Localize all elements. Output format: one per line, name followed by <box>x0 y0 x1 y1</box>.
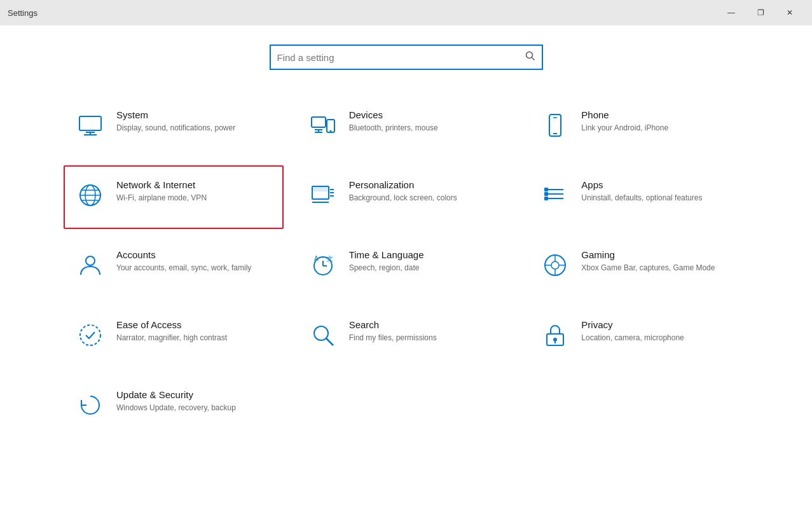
setting-desc-phone: Link your Android, iPhone <box>581 123 738 134</box>
system-icon <box>74 109 106 141</box>
ease-icon <box>74 319 106 351</box>
svg-point-48 <box>553 338 557 342</box>
svg-point-32 <box>86 256 95 265</box>
setting-item-phone[interactable]: Phone Link your Android, iPhone <box>528 95 748 159</box>
search-icon <box>525 51 535 64</box>
privacy-icon <box>539 319 571 351</box>
accounts-icon <box>74 249 106 281</box>
setting-text-time: Time & Language Speech, region, date <box>349 249 506 273</box>
setting-item-apps[interactable]: Apps Uninstall, defaults, optional featu… <box>528 165 748 229</box>
update-icon <box>74 389 106 421</box>
setting-title-apps: Apps <box>581 179 738 190</box>
minimize-button[interactable]: — <box>717 0 746 25</box>
svg-point-44 <box>80 325 100 345</box>
svg-rect-31 <box>544 197 548 200</box>
network-icon <box>74 179 106 211</box>
setting-text-devices: Devices Bluetooth, printers, mouse <box>349 109 506 134</box>
phone-icon <box>539 109 571 141</box>
svg-point-45 <box>314 326 328 340</box>
gaming-icon <box>539 249 571 281</box>
setting-text-apps: Apps Uninstall, defaults, optional featu… <box>581 179 738 204</box>
svg-rect-2 <box>79 116 101 130</box>
setting-desc-personalization: Background, lock screen, colors <box>349 193 506 204</box>
setting-text-gaming: Gaming Xbox Game Bar, captures, Game Mod… <box>581 249 738 273</box>
setting-desc-system: Display, sound, notifications, power <box>116 123 273 134</box>
close-button[interactable]: ✕ <box>775 0 804 25</box>
maximize-button[interactable]: ❐ <box>746 0 775 25</box>
setting-title-accounts: Accounts <box>116 249 273 260</box>
svg-rect-6 <box>312 117 326 127</box>
search-box[interactable] <box>270 45 543 70</box>
settings-grid: System Display, sound, notifications, po… <box>64 95 748 439</box>
title-bar: Settings — ❐ ✕ <box>0 0 812 25</box>
svg-point-8 <box>329 130 331 132</box>
svg-point-39 <box>551 261 559 269</box>
setting-text-search: Search Find my files, permissions <box>349 319 506 343</box>
svg-text:A: A <box>314 255 319 262</box>
setting-text-personalization: Personalization Background, lock screen,… <box>349 179 506 204</box>
setting-text-update: Update & Security Windows Update, recove… <box>116 389 273 413</box>
svg-text:文: 文 <box>327 255 333 262</box>
content-area: System Display, sound, notifications, po… <box>0 25 812 512</box>
setting-title-time: Time & Language <box>349 249 506 260</box>
search-input[interactable] <box>277 52 525 63</box>
svg-line-46 <box>326 338 333 345</box>
setting-title-update: Update & Security <box>116 389 273 400</box>
search-container <box>64 25 748 95</box>
setting-desc-gaming: Xbox Game Bar, captures, Game Mode <box>581 263 738 273</box>
setting-item-ease[interactable]: Ease of Access Narrator, magnifier, high… <box>64 305 284 369</box>
svg-point-0 <box>526 52 532 59</box>
setting-item-personalization[interactable]: Personalization Background, lock screen,… <box>296 165 516 229</box>
setting-item-update[interactable]: Update & Security Windows Update, recove… <box>64 375 284 439</box>
svg-rect-29 <box>544 188 548 191</box>
setting-text-network: Network & Internet Wi-Fi, airplane mode,… <box>116 179 273 204</box>
setting-text-phone: Phone Link your Android, iPhone <box>581 109 738 134</box>
setting-desc-update: Windows Update, recovery, backup <box>116 403 273 413</box>
svg-rect-21 <box>312 186 329 191</box>
setting-desc-time: Speech, region, date <box>349 263 506 273</box>
window-title: Settings <box>8 8 717 18</box>
setting-desc-apps: Uninstall, defaults, optional features <box>581 193 738 204</box>
settings-window: Settings — ❐ ✕ <box>0 0 812 512</box>
setting-item-accounts[interactable]: Accounts Your accounts, email, sync, wor… <box>64 235 284 299</box>
setting-title-search: Search <box>349 319 506 330</box>
setting-text-accounts: Accounts Your accounts, email, sync, wor… <box>116 249 273 273</box>
setting-title-personalization: Personalization <box>349 179 506 190</box>
setting-desc-network: Wi-Fi, airplane mode, VPN <box>116 193 273 204</box>
setting-item-system[interactable]: System Display, sound, notifications, po… <box>64 95 284 159</box>
setting-title-privacy: Privacy <box>581 319 738 330</box>
setting-item-devices[interactable]: Devices Bluetooth, printers, mouse <box>296 95 516 159</box>
search-icon <box>307 319 339 351</box>
setting-title-gaming: Gaming <box>581 249 738 260</box>
devices-icon <box>307 109 339 141</box>
setting-item-search[interactable]: Search Find my files, permissions <box>296 305 516 369</box>
personalization-icon <box>307 179 339 211</box>
setting-text-system: System Display, sound, notifications, po… <box>116 109 273 134</box>
setting-title-network: Network & Internet <box>116 179 273 190</box>
setting-item-gaming[interactable]: Gaming Xbox Game Bar, captures, Game Mod… <box>528 235 748 299</box>
setting-text-privacy: Privacy Location, camera, microphone <box>581 319 738 343</box>
setting-item-privacy[interactable]: Privacy Location, camera, microphone <box>528 305 748 369</box>
setting-desc-search: Find my files, permissions <box>349 333 506 343</box>
setting-desc-accounts: Your accounts, email, sync, work, family <box>116 263 273 273</box>
setting-title-devices: Devices <box>349 109 506 120</box>
setting-title-ease: Ease of Access <box>116 319 273 330</box>
setting-item-network[interactable]: Network & Internet Wi-Fi, airplane mode,… <box>64 165 284 229</box>
setting-title-system: System <box>116 109 273 120</box>
setting-desc-devices: Bluetooth, printers, mouse <box>349 123 506 134</box>
svg-rect-30 <box>544 192 548 196</box>
setting-text-ease: Ease of Access Narrator, magnifier, high… <box>116 319 273 343</box>
time-icon: A 文 <box>307 249 339 281</box>
window-controls: — ❐ ✕ <box>717 0 804 25</box>
apps-icon <box>539 179 571 211</box>
setting-desc-privacy: Location, camera, microphone <box>581 333 738 343</box>
setting-item-time[interactable]: A 文 Time & Language Speech, region, date <box>296 235 516 299</box>
setting-desc-ease: Narrator, magnifier, high contrast <box>116 333 273 343</box>
svg-line-1 <box>532 58 534 60</box>
setting-title-phone: Phone <box>581 109 738 120</box>
